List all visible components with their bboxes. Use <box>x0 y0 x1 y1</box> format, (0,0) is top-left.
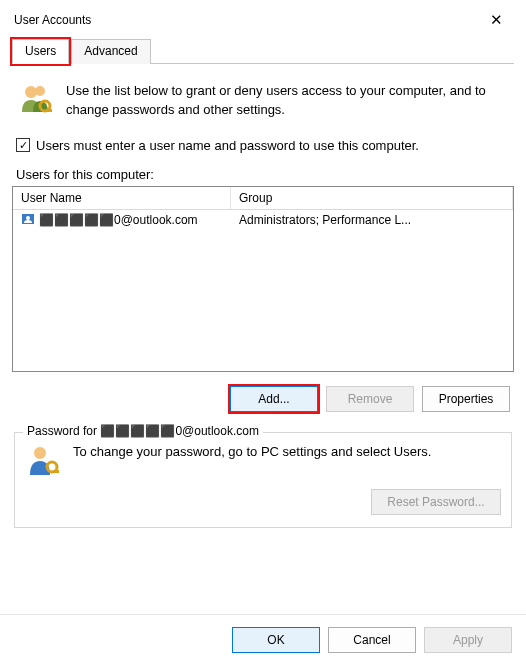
window-title: User Accounts <box>14 13 91 27</box>
row-username: ⬛⬛⬛⬛⬛0@outlook.com <box>39 213 198 227</box>
dialog-button-row: OK Cancel Apply <box>0 614 526 665</box>
password-group: Password for ⬛⬛⬛⬛⬛0@outlook.com To chang… <box>14 432 512 528</box>
apply-button: Apply <box>424 627 512 653</box>
cancel-button[interactable]: Cancel <box>328 627 416 653</box>
password-group-legend: Password for ⬛⬛⬛⬛⬛0@outlook.com <box>23 424 263 438</box>
require-login-checkbox[interactable]: ✓ <box>16 138 30 152</box>
col-group[interactable]: Group <box>231 187 513 209</box>
require-login-row: ✓ Users must enter a user name and passw… <box>12 134 514 165</box>
add-button[interactable]: Add... <box>230 386 318 412</box>
col-username[interactable]: User Name <box>13 187 231 209</box>
users-keys-icon <box>18 82 54 118</box>
svg-point-1 <box>35 86 45 96</box>
ok-button[interactable]: OK <box>232 627 320 653</box>
users-list-label: Users for this computer: <box>12 165 514 186</box>
close-button[interactable]: ✕ <box>476 6 516 34</box>
svg-rect-8 <box>53 470 59 473</box>
legend-prefix: Password for <box>27 424 97 438</box>
titlebar: User Accounts ✕ <box>0 0 526 36</box>
svg-point-6 <box>34 447 46 459</box>
svg-rect-3 <box>46 109 52 112</box>
properties-button[interactable]: Properties <box>422 386 510 412</box>
table-row[interactable]: ⬛⬛⬛⬛⬛0@outlook.com Administrators; Perfo… <box>13 210 513 230</box>
intro-row: Use the list below to grant or deny user… <box>12 76 514 134</box>
user-password-icon <box>25 443 61 479</box>
tab-advanced[interactable]: Advanced <box>71 39 150 64</box>
tab-strip: Users Advanced <box>12 38 514 64</box>
dialog-content: Users Advanced Use the list below to gra… <box>0 36 526 546</box>
legend-user: ⬛⬛⬛⬛⬛0@outlook.com <box>100 424 259 438</box>
require-login-label: Users must enter a user name and passwor… <box>36 138 419 153</box>
remove-button: Remove <box>326 386 414 412</box>
password-help-text: To change your password, go to PC settin… <box>73 443 431 462</box>
row-group: Administrators; Performance L... <box>231 210 513 230</box>
svg-point-5 <box>26 216 30 220</box>
tab-users[interactable]: Users <box>12 39 69 64</box>
user-avatar-icon <box>21 213 35 227</box>
listview-header: User Name Group <box>13 187 513 210</box>
users-listview[interactable]: User Name Group ⬛⬛⬛⬛⬛0@outlook.com Admin… <box>12 186 514 372</box>
list-buttons: Add... Remove Properties <box>12 372 514 426</box>
close-icon: ✕ <box>490 11 503 29</box>
reset-password-button: Reset Password... <box>371 489 501 515</box>
intro-text: Use the list below to grant or deny user… <box>66 82 508 120</box>
